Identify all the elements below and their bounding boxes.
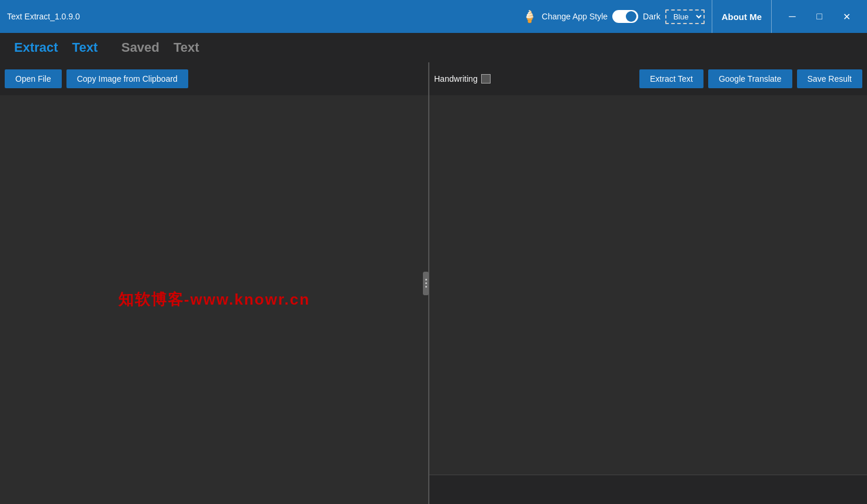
save-result-button[interactable]: Save Result [797,69,862,88]
copy-clipboard-button[interactable]: Copy Image from Clipboard [66,69,188,88]
result-text-area[interactable] [429,95,867,475]
handwriting-checkbox[interactable] [481,74,491,84]
app-title: Text Extract_1.0.9.0 [7,12,80,21]
right-bottom-bar [429,475,867,504]
divider-dot [425,279,427,281]
open-file-button[interactable]: Open File [5,69,62,88]
close-button[interactable]: ✕ [833,0,860,33]
divider-handle[interactable] [423,272,429,295]
handwriting-group: Handwriting [434,74,491,84]
cup-icon: 🍦 [522,9,537,24]
maximize-button[interactable]: □ [806,0,833,33]
change-app-style-label: Change App Style [542,12,608,21]
right-panel: Handwriting Extract Text Google Translat… [429,62,867,504]
title-bar: Text Extract_1.0.9.0 🍦 Change App Style … [0,0,867,33]
left-panel: Open File Copy Image from Clipboard 知软博客… [0,62,429,504]
window-controls: ─ □ ✕ [779,0,860,33]
toggle-knob [626,11,636,22]
minimize-button[interactable]: ─ [779,0,806,33]
right-toolbar: Handwriting Extract Text Google Translat… [429,62,867,95]
handwriting-label: Handwriting [434,74,478,84]
tab-bar: Extract Text Saved Text [0,33,867,62]
main-content: Open File Copy Image from Clipboard 知软博客… [0,62,867,504]
left-toolbar: Open File Copy Image from Clipboard [0,62,428,95]
extract-text-button[interactable]: Extract Text [639,69,703,88]
divider-dot [425,286,427,288]
change-app-style-group: 🍦 Change App Style Dark Blue [522,9,705,24]
image-area[interactable]: 知软博客-www.knowr.cn [0,95,428,504]
color-dropdown[interactable]: Blue [665,9,705,24]
google-translate-button[interactable]: Google Translate [708,69,792,88]
tab-saved[interactable]: Saved [114,33,166,62]
dark-label: Dark [643,12,661,21]
tab-extract[interactable]: Extract [7,33,65,62]
tab-text[interactable]: Text [65,33,105,62]
divider-dot [425,282,427,284]
tab-text2[interactable]: Text [166,33,206,62]
watermark-text: 知软博客-www.knowr.cn [118,289,310,310]
dark-mode-toggle[interactable] [612,10,638,23]
about-me-button[interactable]: About Me [712,0,772,33]
